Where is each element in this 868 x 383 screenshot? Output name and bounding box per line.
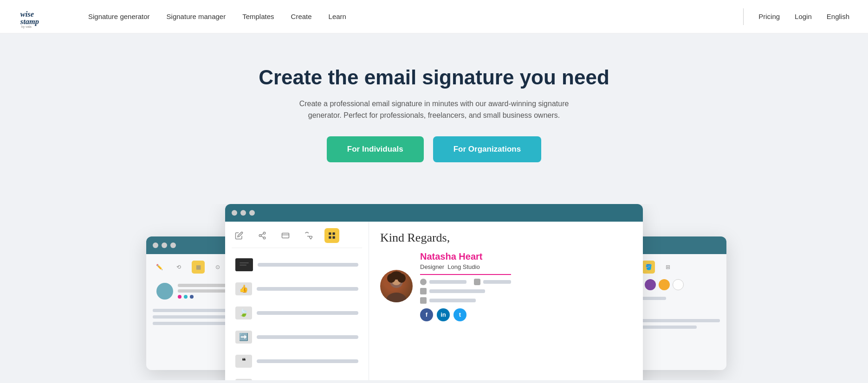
nav-signature-generator[interactable]: Signature generator [88, 13, 150, 20]
email-icon [420, 288, 427, 294]
nav-pricing[interactable]: Pricing [758, 13, 780, 20]
svg-line-7 [261, 234, 263, 235]
template-bar-2 [257, 287, 358, 291]
svg-point-21 [390, 271, 402, 280]
color-purple[interactable] [645, 279, 656, 290]
nav-create[interactable]: Create [291, 13, 312, 20]
mini-avatar [156, 283, 173, 300]
svg-point-3 [263, 232, 266, 234]
mobile-icon [474, 279, 480, 285]
tab-card-icon[interactable] [278, 228, 293, 243]
color-orange[interactable] [659, 279, 670, 290]
svg-text:by vata: by vata [21, 25, 32, 29]
template-bar-4 [257, 335, 358, 339]
template-item-6[interactable]: 📷 [232, 375, 362, 380]
signature-preview-panel: Kind Regards, [369, 222, 643, 380]
tab-icon-row [232, 228, 362, 248]
template-bar-5 [257, 359, 358, 363]
preview-avatar [380, 270, 413, 302]
svg-rect-13 [333, 236, 335, 238]
dot-c1 [232, 210, 237, 216]
nav-login[interactable]: Login [795, 13, 812, 20]
location-icon [420, 297, 427, 304]
svg-rect-10 [329, 232, 331, 235]
template-item-2[interactable]: 👍 [232, 279, 362, 299]
nav-language[interactable]: English [827, 13, 849, 20]
preview-info: Natasha Heart Designer Long Studio [420, 251, 511, 321]
center-titlebar [225, 204, 643, 222]
right-fill-icon[interactable]: 🪣 [642, 261, 655, 274]
template-thumb-4: ➡️ [235, 331, 252, 344]
dot-2 [162, 243, 167, 248]
svg-rect-11 [333, 232, 335, 235]
template-item-4[interactable]: ➡️ [232, 327, 362, 347]
template-bar-1 [258, 263, 358, 267]
center-main-window: 👍 🍃 ➡️ ❝ 📷 [225, 204, 643, 380]
mini-tab-share[interactable]: ⟲ [172, 261, 185, 274]
color-white[interactable] [673, 279, 684, 290]
mobile-item [474, 279, 511, 285]
location-line [429, 299, 476, 302]
svg-point-4 [259, 235, 261, 237]
email-line [429, 289, 485, 293]
hero-section: Create the email signature you need Crea… [0, 33, 868, 204]
facebook-icon[interactable]: f [420, 308, 433, 321]
dot-red [178, 295, 181, 299]
preview-name: Natasha Heart [420, 251, 511, 262]
preview-social-row: f in t [420, 308, 511, 321]
location-item [420, 297, 476, 304]
mini-tab-template[interactable]: ▦ [192, 261, 205, 274]
svg-line-6 [261, 236, 263, 237]
preview-greeting: Kind Regards, [380, 231, 632, 245]
svg-rect-8 [282, 233, 289, 238]
mini-tab-fill[interactable]: ⊙ [211, 261, 224, 274]
logo[interactable]: wise stamp by vata [19, 3, 60, 30]
center-window-body: 👍 🍃 ➡️ ❝ 📷 [225, 222, 643, 380]
tab-fill-icon[interactable] [301, 228, 316, 243]
hero-buttons: For Individuals For Organizations [9, 136, 859, 162]
dot-blue [190, 295, 194, 299]
preview-contact [420, 279, 511, 285]
mini-tab-edit[interactable]: ✏️ [153, 261, 166, 274]
navbar: wise stamp by vata Signature generator S… [0, 0, 868, 33]
template-item-5[interactable]: ❝ [232, 351, 362, 371]
nav-templates[interactable]: Templates [242, 13, 274, 20]
svg-text:stamp: stamp [20, 17, 39, 26]
nav-links: Signature generator Signature manager Te… [88, 13, 743, 20]
template-item-1[interactable] [232, 255, 362, 275]
phone-line [429, 280, 466, 284]
nav-divider [743, 8, 744, 25]
nav-signature-manager[interactable]: Signature manager [167, 13, 226, 20]
preview-avatar-row: Natasha Heart Designer Long Studio [380, 251, 632, 321]
template-thumb-3: 🍃 [235, 306, 252, 319]
nav-right: Pricing Login English [743, 8, 849, 25]
preview-contact-3 [420, 297, 511, 304]
dot-1 [153, 243, 158, 248]
preview-job: Designer Long Studio [420, 263, 511, 270]
linkedin-icon[interactable]: in [437, 308, 450, 321]
svg-point-5 [263, 237, 266, 239]
dot-c3 [249, 210, 255, 216]
for-organizations-button[interactable]: For Organizations [433, 136, 541, 162]
template-thumb-5: ❝ [235, 355, 252, 368]
svg-point-17 [386, 293, 407, 302]
phone-item [420, 279, 466, 285]
right-grid-icon[interactable]: ⊞ [661, 261, 674, 274]
template-thumb-1 [235, 258, 253, 271]
screenshots-area: ✏️ ⟲ ▦ ⊙ ⊞ ✓ [0, 204, 868, 380]
tab-share-icon[interactable] [255, 228, 270, 243]
template-thumb-6: 📷 [235, 379, 252, 380]
mobile-line [483, 280, 511, 284]
hero-subtitle: Create a professional email signature in… [290, 98, 578, 121]
template-item-3[interactable]: 🍃 [232, 303, 362, 323]
tab-edit-icon[interactable] [232, 228, 246, 243]
template-panel: 👍 🍃 ➡️ ❝ 📷 [225, 222, 369, 380]
for-individuals-button[interactable]: For Individuals [327, 136, 424, 162]
nav-learn[interactable]: Learn [329, 13, 346, 20]
hero-title: Create the email signature you need [9, 66, 859, 89]
dot-c2 [240, 210, 246, 216]
tab-grid-icon[interactable] [324, 228, 339, 243]
twitter-icon[interactable]: t [453, 308, 466, 321]
template-thumb-2: 👍 [235, 282, 252, 295]
dot-cyan [184, 295, 188, 299]
